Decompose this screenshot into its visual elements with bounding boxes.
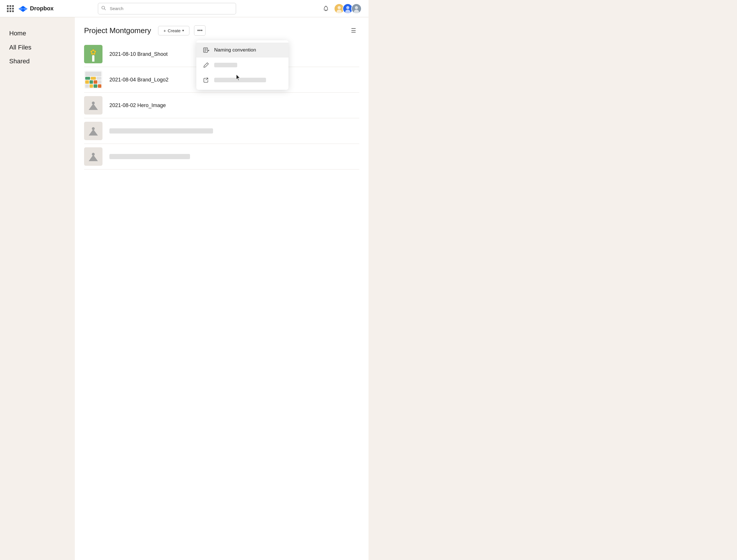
search-bar — [98, 3, 236, 14]
image-placeholder-icon — [87, 126, 99, 136]
file-name: 2021-08-10 Brand_Shoot — [109, 51, 167, 57]
image-placeholder-icon — [87, 100, 99, 111]
dropbox-logo-icon — [18, 4, 28, 13]
file-name-placeholder — [109, 154, 190, 159]
topnav: Dropbox — [0, 0, 368, 17]
nav-right — [320, 3, 361, 14]
svg-marker-19 — [89, 129, 98, 136]
logo-text: Dropbox — [30, 5, 54, 12]
edit-icon — [202, 61, 210, 69]
svg-point-4 — [338, 6, 341, 9]
create-button-label: Create — [167, 28, 180, 33]
share-icon — [202, 76, 210, 84]
dropdown-item-edit[interactable] — [196, 58, 288, 73]
sidebar-item-all-files[interactable]: All Files — [0, 41, 75, 55]
table-row[interactable]: 2021-08-02 Hero_Image — [84, 93, 359, 118]
naming-convention-icon — [202, 46, 210, 54]
svg-point-7 — [346, 6, 349, 9]
sidebar: Home All Files Shared — [0, 17, 75, 560]
share-label-placeholder — [214, 78, 266, 82]
folder-title: Project Montgomery — [84, 26, 151, 35]
file-thumbnail — [84, 122, 102, 140]
file-thumbnail — [84, 147, 102, 166]
file-thumbnail — [84, 96, 102, 115]
file-thumbnail — [84, 71, 102, 89]
file-name: 2021-08-02 Hero_Image — [109, 102, 166, 108]
file-name: 2021-08-04 Brand_Logo2 — [109, 77, 168, 83]
sidebar-item-shared[interactable]: Shared — [0, 54, 75, 68]
view-toggle-button[interactable]: ☰ — [348, 25, 359, 36]
dropdown-menu: Naming convention — [196, 40, 288, 90]
logo[interactable]: Dropbox — [18, 4, 54, 13]
edit-label-placeholder — [214, 63, 237, 67]
naming-convention-label: Naming convention — [214, 47, 283, 53]
main-content: Project Montgomery + Create ▾ ••• ☰ — [75, 17, 368, 560]
svg-marker-21 — [89, 155, 98, 161]
file-thumbnail: ✿ — [84, 45, 102, 63]
list-view-icon: ☰ — [351, 27, 356, 34]
search-icon — [101, 6, 106, 12]
toolbar: Project Montgomery + Create ▾ ••• ☰ — [84, 25, 359, 36]
sidebar-item-home[interactable]: Home — [0, 26, 75, 41]
search-input[interactable] — [98, 3, 236, 14]
svg-marker-17 — [89, 104, 98, 110]
table-row[interactable] — [84, 144, 359, 169]
notifications-button[interactable] — [320, 3, 331, 14]
svg-point-10 — [355, 6, 358, 9]
image-placeholder-icon — [87, 151, 99, 162]
file-name-placeholder — [109, 128, 213, 134]
chevron-down-icon: ▾ — [182, 28, 184, 33]
dropdown-item-share[interactable] — [196, 73, 288, 87]
bell-icon — [323, 5, 329, 12]
avatar-3[interactable] — [351, 3, 361, 14]
create-plus-icon: + — [163, 28, 166, 33]
grid-menu-icon[interactable] — [7, 5, 14, 12]
dropdown-item-naming-convention[interactable]: Naming convention — [196, 43, 288, 58]
avatar-stack[interactable] — [334, 3, 361, 14]
ellipsis-icon: ••• — [197, 28, 203, 34]
more-options-button[interactable]: ••• — [194, 25, 205, 36]
layout: Home All Files Shared Project Montgomery… — [0, 17, 368, 560]
create-button[interactable]: + Create ▾ — [158, 26, 190, 35]
svg-line-1 — [104, 9, 106, 10]
table-row[interactable] — [84, 118, 359, 144]
